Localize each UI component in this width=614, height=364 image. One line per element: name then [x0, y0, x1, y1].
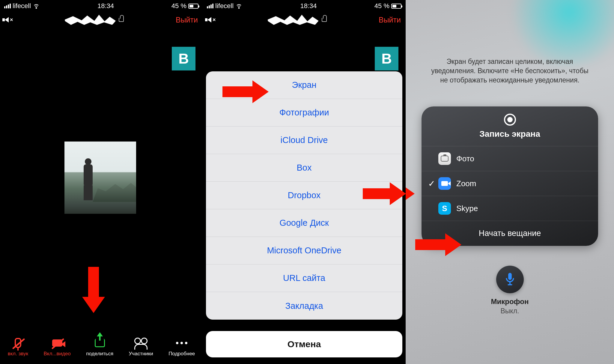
- participants-icon: [134, 337, 148, 349]
- leave-button[interactable]: Выйти: [176, 16, 198, 24]
- annotation-arrow-next: [363, 182, 406, 205]
- skype-app-icon: S: [438, 202, 451, 215]
- toolbar-share-label: поделиться: [86, 351, 113, 357]
- annotation-arrow-zoom: [406, 182, 415, 205]
- participant-tile[interactable]: B: [375, 47, 398, 70]
- share-option-url[interactable]: URL сайта: [206, 264, 402, 292]
- toolbar-share-button[interactable]: поделиться: [86, 337, 113, 357]
- mic-toggle-button[interactable]: [496, 266, 524, 293]
- broadcast-app-label: Skype: [456, 204, 478, 213]
- broadcast-panel: Запись экрана Фото ✓ Zoom S Skype Начать…: [422, 106, 598, 246]
- broadcast-app-label: Фото: [456, 154, 474, 163]
- annotation-arrow-screen: [222, 80, 269, 103]
- signal-bars-icon: [207, 4, 213, 8]
- record-icon: [504, 114, 516, 126]
- zoom-header: × Выйти: [203, 12, 406, 28]
- broadcast-app-photo[interactable]: Фото: [422, 146, 598, 171]
- toolbar-video-button[interactable]: Вкл...видео: [43, 337, 70, 357]
- microphone-icon: [504, 273, 516, 286]
- lock-icon: [119, 18, 124, 22]
- battery-icon: [391, 4, 401, 9]
- wifi-icon: [33, 3, 40, 9]
- broadcast-app-skype[interactable]: S Skype: [422, 196, 598, 221]
- more-icon: [175, 337, 188, 349]
- toolbar-more-button[interactable]: Подробнее: [168, 337, 195, 357]
- share-option-box[interactable]: Box: [206, 154, 402, 182]
- status-bar: lifecell 18:34 45 %: [203, 0, 406, 12]
- toolbar-audio-button[interactable]: вкл. звук: [8, 337, 28, 357]
- speaker-muted-icon[interactable]: ×: [5, 17, 13, 23]
- mic-state: Выкл.: [406, 307, 614, 315]
- broadcast-app-label: Zoom: [456, 179, 476, 188]
- self-video-thumb[interactable]: [64, 142, 136, 214]
- battery-icon: [188, 4, 198, 9]
- leave-button[interactable]: Выйти: [379, 16, 401, 24]
- meeting-title-hidden: [268, 15, 319, 25]
- status-time: 18:34: [97, 2, 114, 10]
- pane-zoom-sharesheet: lifecell 18:34 45 % × Выйти B вкл. звук …: [203, 0, 406, 364]
- meeting-title-hidden: [65, 15, 116, 25]
- share-option-icloud[interactable]: iCloud Drive: [206, 127, 402, 154]
- zoom-toolbar: вкл. звук Вкл...видео поделиться Участни…: [0, 331, 203, 364]
- broadcast-hint: Экран будет записан целиком, включая уве…: [406, 57, 614, 85]
- wifi-icon: [235, 3, 243, 9]
- carrier-name: lifecell: [13, 2, 31, 10]
- pane-zoom-main: lifecell 18:34 45 % × Выйти B вкл. звук: [0, 0, 203, 364]
- participant-tile[interactable]: B: [172, 47, 195, 70]
- toolbar-participants-label: Участники: [129, 351, 153, 357]
- annotation-arrow-start: [415, 233, 461, 256]
- camera-off-icon: [51, 337, 64, 349]
- toolbar-more-label: Подробнее: [168, 351, 195, 357]
- toolbar-video-label: Вкл...видео: [43, 351, 70, 357]
- signal-bars-icon: [4, 4, 11, 8]
- zoom-app-icon: [438, 177, 451, 190]
- broadcast-title: Запись экрана: [422, 129, 598, 139]
- pane-broadcast-picker: Экран будет записан целиком, включая уве…: [406, 0, 614, 364]
- photos-app-icon: [438, 152, 451, 165]
- battery-pct: 45 %: [171, 2, 186, 10]
- status-time: 18:34: [300, 2, 317, 10]
- battery-pct: 45 %: [374, 2, 389, 10]
- mic-label: Микрофон: [406, 297, 614, 306]
- share-option-onedrive[interactable]: Microsoft OneDrive: [206, 237, 402, 264]
- share-option-bookmark[interactable]: Закладка: [206, 292, 402, 320]
- share-icon: [93, 337, 106, 349]
- share-cancel-button[interactable]: Отмена: [206, 331, 402, 357]
- carrier-name: lifecell: [215, 2, 234, 10]
- svg-rect-0: [508, 273, 512, 280]
- mic-muted-icon: [11, 337, 25, 349]
- toolbar-audio-label: вкл. звук: [8, 351, 28, 357]
- annotation-arrow-down: [82, 267, 105, 313]
- speaker-muted-icon[interactable]: ×: [207, 17, 216, 23]
- zoom-header: × Выйти: [0, 12, 203, 28]
- toolbar-participants-button[interactable]: Участники: [129, 337, 153, 357]
- check-icon: ✓: [428, 179, 435, 189]
- lock-icon: [322, 18, 327, 22]
- status-bar: lifecell 18:34 45 %: [0, 0, 203, 12]
- share-option-gdrive[interactable]: Google Диск: [206, 209, 402, 237]
- broadcast-app-zoom[interactable]: ✓ Zoom: [422, 171, 598, 196]
